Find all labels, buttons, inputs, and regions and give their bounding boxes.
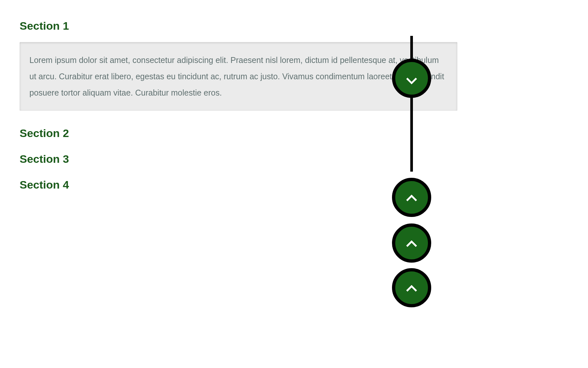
chevron-down-icon — [407, 74, 416, 83]
section-3: Section 3 — [20, 153, 457, 165]
section-2: Section 2 — [20, 127, 457, 140]
chevron-up-icon — [407, 283, 416, 292]
timeline-line — [410, 36, 413, 172]
section-3-title[interactable]: Section 3 — [20, 153, 457, 165]
section-4: Section 4 — [20, 178, 457, 191]
toggle-section-3-button[interactable] — [392, 223, 431, 263]
toggle-section-2-button[interactable] — [392, 178, 431, 217]
toggle-section-4-button[interactable] — [392, 268, 431, 307]
section-1-title[interactable]: Section 1 — [20, 20, 457, 32]
section-1: Section 1 Lorem ipsum dolor sit amet, co… — [20, 20, 457, 111]
accordion-container: Section 1 Lorem ipsum dolor sit amet, co… — [0, 20, 588, 191]
section-4-title[interactable]: Section 4 — [20, 178, 457, 191]
section-2-title[interactable]: Section 2 — [20, 127, 457, 140]
toggle-section-1-button[interactable] — [392, 59, 431, 98]
section-1-content: Lorem ipsum dolor sit amet, consectetur … — [20, 42, 457, 111]
chevron-up-icon — [407, 238, 416, 248]
chevron-up-icon — [407, 193, 416, 202]
